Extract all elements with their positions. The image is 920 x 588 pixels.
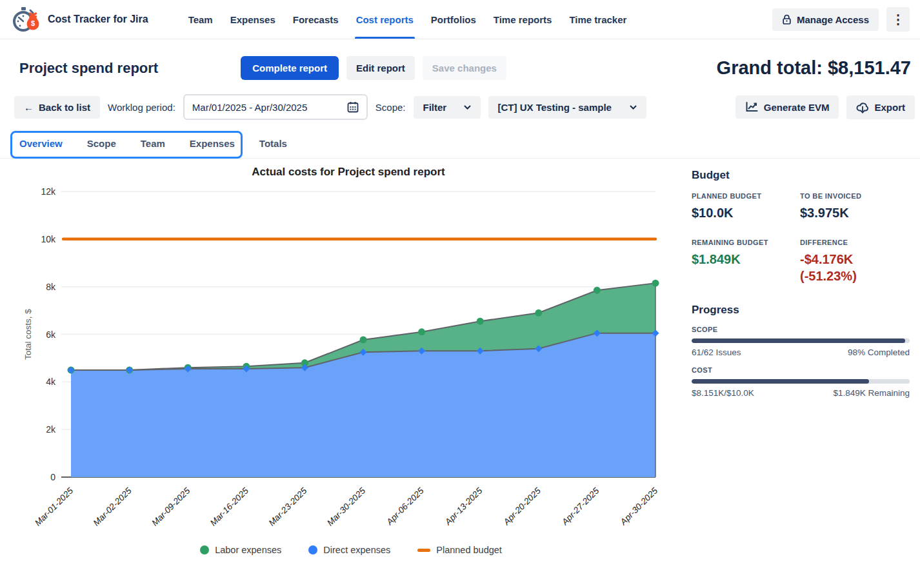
to-be-invoiced-value: $3.975K: [800, 204, 910, 221]
remaining-budget-label: REMAINING BUDGET: [692, 239, 800, 246]
nav-item-forecasts[interactable]: Forecasts: [293, 0, 339, 39]
cost-progress-fill: [692, 379, 869, 384]
export-label: Export: [874, 102, 905, 113]
lock-icon: [782, 14, 792, 25]
cost-progress-bar: [692, 379, 910, 384]
export-cloud-icon: [856, 101, 869, 113]
legend-label: Planned budget: [436, 545, 502, 555]
manage-access-button[interactable]: Manage Access: [772, 8, 879, 31]
labor-expenses-swatch-icon: [200, 545, 209, 554]
project-select[interactable]: [CT] UX Testing - sample: [488, 96, 646, 119]
report-controls: ← Back to list Worklog period: Scope: Fi…: [0, 80, 920, 120]
tab-expenses[interactable]: Expenses: [190, 129, 235, 158]
planned-budget-stat: PLANNED BUDGET $10.0K: [692, 192, 800, 221]
legend-label: Direct expenses: [323, 545, 390, 555]
x-tick-label: Apr-13-2025: [443, 485, 485, 527]
nav-item-cost-reports[interactable]: Cost reports: [356, 0, 414, 39]
nav-item-team[interactable]: Team: [188, 0, 213, 39]
labor-expenses-point[interactable]: [594, 287, 601, 294]
y-tick-label: 0: [50, 472, 55, 482]
labor-expenses-point[interactable]: [535, 309, 542, 317]
legend-item-labor-expenses: Labor expenses: [200, 545, 281, 555]
legend-label: Labor expenses: [215, 545, 281, 555]
report-tabs-bar: OverviewScopeTeamExpensesTotals: [0, 129, 920, 159]
labor-expenses-point[interactable]: [477, 318, 484, 325]
calendar-icon[interactable]: [347, 101, 359, 113]
difference-value: -$4.176K: [800, 251, 910, 268]
evm-chart-icon: [745, 101, 759, 113]
complete-report-button[interactable]: Complete report: [241, 56, 339, 80]
grand-total: Grand total: $8,151.47: [717, 57, 912, 79]
remaining-budget-value: $1.849K: [692, 251, 800, 268]
difference-percent: (-51.23%): [800, 268, 910, 284]
generate-evm-label: Generate EVM: [764, 102, 830, 113]
legend-item-planned-budget: Planned budget: [417, 545, 502, 555]
x-tick-label: Mar-30-2025: [325, 485, 367, 527]
direct-expenses-swatch-icon: [308, 545, 317, 554]
x-tick-label: Apr-27-2025: [559, 485, 601, 527]
back-arrow-icon: ←: [24, 102, 34, 113]
nav-item-portfolios[interactable]: Portfolios: [431, 0, 476, 39]
export-button[interactable]: Export: [846, 95, 915, 119]
scope-progress-right: 98% Completed: [848, 348, 910, 357]
generate-evm-button[interactable]: Generate EVM: [735, 95, 839, 119]
y-tick-label: 6k: [46, 329, 56, 340]
y-axis-title: Total costs, $: [23, 309, 33, 360]
tab-totals[interactable]: Totals: [259, 129, 287, 158]
x-tick-label: Mar-23-2025: [266, 485, 308, 527]
cost-progress-left: $8.151K/$10.0K: [692, 388, 754, 398]
manage-access-label: Manage Access: [797, 14, 869, 25]
difference-label: DIFFERENCE: [800, 239, 910, 246]
chart-legend: Labor expensesDirect expensesPlanned bud…: [0, 545, 683, 555]
back-to-list-label: Back to list: [39, 102, 90, 113]
report-tabs: OverviewScopeTeamExpensesTotals: [19, 129, 920, 158]
actual-costs-chart: 02k4k6k8k10k12kMar-01-2025Mar-02-2025Mar…: [0, 159, 681, 544]
summary-panel: Budget PLANNED BUDGET $10.0K TO BE INVOI…: [683, 159, 920, 555]
scope-label: Scope:: [375, 102, 406, 113]
scope-progress: SCOPE 61/62 Issues 98% Completed: [692, 326, 910, 357]
y-tick-label: 10k: [41, 234, 56, 244]
kebab-icon: ⋮: [892, 12, 905, 26]
nav-item-time-tracker[interactable]: Time tracker: [569, 0, 626, 39]
to-be-invoiced-stat: TO BE INVOICED $3.975K: [800, 192, 910, 221]
labor-expenses-point[interactable]: [652, 280, 659, 287]
difference-stat: DIFFERENCE -$4.176K (-51.23%): [800, 239, 910, 284]
x-tick-label: Apr-30-2025: [618, 485, 660, 527]
report-header: Project spend report Complete report Edi…: [0, 39, 920, 80]
more-options-button[interactable]: ⋮: [886, 7, 910, 32]
tab-scope[interactable]: Scope: [87, 129, 116, 158]
x-tick-label: Mar-02-2025: [92, 485, 134, 527]
x-tick-label: Mar-16-2025: [208, 485, 250, 527]
report-body: 02k4k6k8k10k12kMar-01-2025Mar-02-2025Mar…: [0, 159, 920, 555]
tab-team[interactable]: Team: [141, 129, 165, 158]
scope-filter-select[interactable]: Filter: [414, 96, 481, 119]
to-be-invoiced-label: TO BE INVOICED: [800, 192, 910, 200]
labor-expenses-point[interactable]: [418, 328, 425, 335]
y-tick-label: 8k: [46, 282, 56, 292]
scope-progress-label: SCOPE: [692, 326, 910, 333]
labor-expenses-point[interactable]: [360, 336, 367, 343]
worklog-period-field[interactable]: [183, 94, 368, 120]
x-tick-label: Mar-09-2025: [150, 485, 192, 527]
app-logo-icon: $: [10, 4, 41, 35]
scope-progress-fill: [692, 338, 905, 343]
planned-budget-label: PLANNED BUDGET: [692, 192, 800, 200]
chart-panel: 02k4k6k8k10k12kMar-01-2025Mar-02-2025Mar…: [0, 159, 683, 555]
svg-text:$: $: [31, 19, 35, 27]
x-tick-label: Apr-20-2025: [501, 485, 543, 527]
planned-budget-value: $10.0K: [692, 204, 800, 221]
edit-report-button[interactable]: Edit report: [346, 56, 415, 80]
worklog-period-input[interactable]: [192, 102, 329, 113]
worklog-period-label: Worklog period:: [108, 102, 175, 113]
nav-item-time-reports[interactable]: Time reports: [494, 0, 552, 39]
tab-overview[interactable]: Overview: [19, 129, 63, 158]
cost-progress-label: COST: [692, 366, 910, 374]
legend-item-direct-expenses: Direct expenses: [308, 545, 390, 555]
chevron-down-icon: [464, 105, 471, 110]
budget-section-title: Budget: [692, 169, 910, 182]
back-to-list-button[interactable]: ← Back to list: [14, 96, 100, 119]
cost-progress: COST $8.151K/$10.0K $1.849K Remaining: [692, 366, 910, 398]
nav-item-expenses[interactable]: Expenses: [230, 0, 275, 39]
top-navbar: $ Cost Tracker for Jira TeamExpensesFore…: [0, 0, 920, 39]
save-changes-button: Save changes: [423, 56, 506, 80]
